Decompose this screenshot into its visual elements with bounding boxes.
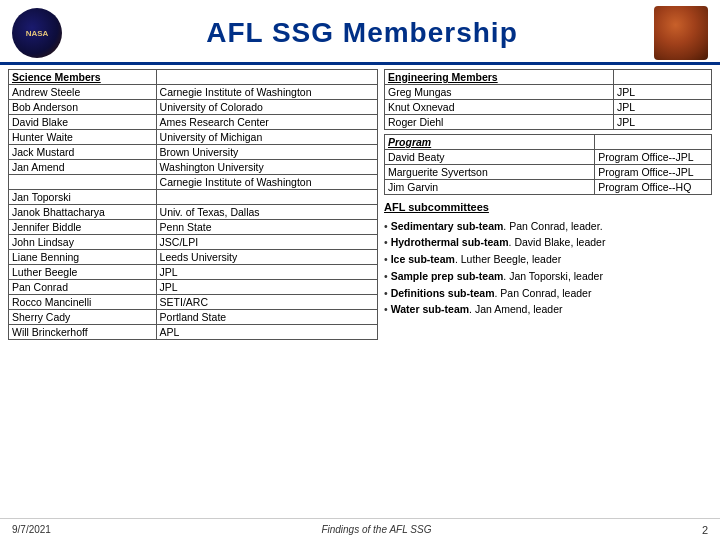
science-name: Janok Bhattacharya <box>9 205 157 220</box>
eng-org: JPL <box>613 100 711 115</box>
nasa-logo: NASA <box>12 8 62 58</box>
subcommittees-section: AFL subcommittees •Sedimentary sub-team.… <box>384 199 712 318</box>
science-institution: Penn State <box>156 220 377 235</box>
mars-image <box>654 6 708 60</box>
eng-row: Roger DiehlJPL <box>385 115 712 130</box>
science-name: Jack Mustard <box>9 145 157 160</box>
science-institution: Leeds University <box>156 250 377 265</box>
science-row: Andrew SteeleCarnegie Institute of Washi… <box>9 85 378 100</box>
science-name: Will Brinckerhoff <box>9 325 157 340</box>
science-institution: Univ. of Texas, Dallas <box>156 205 377 220</box>
science-row: Carnegie Institute of Washington <box>9 175 378 190</box>
science-name: Pan Conrad <box>9 280 157 295</box>
science-name: Jan Amend <box>9 160 157 175</box>
prog-name: Marguerite Syvertson <box>385 165 595 180</box>
science-row: Pan ConradJPL <box>9 280 378 295</box>
bullet: • <box>384 286 388 302</box>
eng-org: JPL <box>613 115 711 130</box>
science-row: Jan Toporski <box>9 190 378 205</box>
science-institution: SETI/ARC <box>156 295 377 310</box>
science-institution: Brown University <box>156 145 377 160</box>
eng-name: Knut Oxnevad <box>385 100 614 115</box>
eng-org: JPL <box>613 85 711 100</box>
prog-row: Marguerite SyvertsonProgram Office--JPL <box>385 165 712 180</box>
program-header: Program <box>385 135 595 150</box>
bullet: • <box>384 269 388 285</box>
eng-header: Engineering Members <box>385 70 614 85</box>
sub-item: •Ice sub-team. Luther Beegle, leader <box>384 252 712 268</box>
eng-row: Greg MungasJPL <box>385 85 712 100</box>
page-title: AFL SSG Membership <box>206 17 518 49</box>
science-name: Rocco Mancinelli <box>9 295 157 310</box>
science-institution: University of Michigan <box>156 130 377 145</box>
bullet: • <box>384 219 388 235</box>
sub-label: Ice sub-team. Luther Beegle, leader <box>391 252 561 268</box>
science-row: Jan AmendWashington University <box>9 160 378 175</box>
science-row: Will BrinckerhoffAPL <box>9 325 378 340</box>
science-row: Liane BenningLeeds University <box>9 250 378 265</box>
science-name <box>9 175 157 190</box>
science-row: Jack MustardBrown University <box>9 145 378 160</box>
science-institution: Carnegie Institute of Washington <box>156 85 377 100</box>
science-name: Jan Toporski <box>9 190 157 205</box>
sub-item: •Water sub-team. Jan Amend, leader <box>384 302 712 318</box>
science-institution: University of Colorado <box>156 100 377 115</box>
science-institution: JPL <box>156 265 377 280</box>
science-institution: Portland State <box>156 310 377 325</box>
eng-row: Knut OxnevadJPL <box>385 100 712 115</box>
science-name: Jennifer Biddle <box>9 220 157 235</box>
prog-row: David BeatyProgram Office--JPL <box>385 150 712 165</box>
science-header: Science Members <box>9 70 157 85</box>
science-name: Sherry Cady <box>9 310 157 325</box>
sub-item: •Sample prep sub-team. Jan Toporski, lea… <box>384 269 712 285</box>
sub-item: •Sedimentary sub-team. Pan Conrad, leade… <box>384 219 712 235</box>
science-row: Rocco MancinelliSETI/ARC <box>9 295 378 310</box>
prog-name: David Beaty <box>385 150 595 165</box>
science-institution <box>156 190 377 205</box>
prog-name: Jim Garvin <box>385 180 595 195</box>
sub-item: •Definitions sub-team. Pan Conrad, leade… <box>384 286 712 302</box>
science-panel: Science Members Andrew SteeleCarnegie In… <box>8 69 378 342</box>
bullet: • <box>384 235 388 251</box>
prog-office: Program Office--JPL <box>595 150 712 165</box>
footer-page: 2 <box>702 524 708 536</box>
prog-row: Jim GarvinProgram Office--HQ <box>385 180 712 195</box>
science-row: Janok BhattacharyaUniv. of Texas, Dallas <box>9 205 378 220</box>
science-institution: APL <box>156 325 377 340</box>
science-name: Hunter Waite <box>9 130 157 145</box>
science-institution: JSC/LPI <box>156 235 377 250</box>
sub-label: Water sub-team. Jan Amend, leader <box>391 302 563 318</box>
science-row: David BlakeAmes Research Center <box>9 115 378 130</box>
science-row: Sherry CadyPortland State <box>9 310 378 325</box>
sub-label: Hydrothermal sub-team. David Blake, lead… <box>391 235 606 251</box>
science-name: Liane Benning <box>9 250 157 265</box>
prog-office: Program Office--JPL <box>595 165 712 180</box>
science-row: John LindsayJSC/LPI <box>9 235 378 250</box>
right-tables: Engineering Members Greg MungasJPLKnut O… <box>384 69 712 195</box>
main-content: Science Members Andrew SteeleCarnegie In… <box>0 65 720 342</box>
science-name: Bob Anderson <box>9 100 157 115</box>
footer-center: Findings of the AFL SSG <box>321 524 431 535</box>
bullet: • <box>384 252 388 268</box>
science-row: Bob AndersonUniversity of Colorado <box>9 100 378 115</box>
sub-label: Sample prep sub-team. Jan Toporski, lead… <box>391 269 603 285</box>
science-row: Luther BeegleJPL <box>9 265 378 280</box>
science-institution: Ames Research Center <box>156 115 377 130</box>
eng-name: Greg Mungas <box>385 85 614 100</box>
prog-office: Program Office--HQ <box>595 180 712 195</box>
footer-date: 9/7/2021 <box>12 524 51 535</box>
subcommittees-title: AFL subcommittees <box>384 199 712 216</box>
page-footer: 9/7/2021 Findings of the AFL SSG 2 <box>0 518 720 540</box>
program-table: Program David BeatyProgram Office--JPLMa… <box>384 134 712 195</box>
science-row: Jennifer BiddlePenn State <box>9 220 378 235</box>
right-panel: Engineering Members Greg MungasJPLKnut O… <box>384 69 712 342</box>
bullet: • <box>384 302 388 318</box>
sub-item: •Hydrothermal sub-team. David Blake, lea… <box>384 235 712 251</box>
science-name: John Lindsay <box>9 235 157 250</box>
sub-label: Definitions sub-team. Pan Conrad, leader <box>391 286 592 302</box>
science-institution: JPL <box>156 280 377 295</box>
page-header: NASA AFL SSG Membership <box>0 0 720 65</box>
science-name: Luther Beegle <box>9 265 157 280</box>
science-institution: Washington University <box>156 160 377 175</box>
engineering-table: Engineering Members Greg MungasJPLKnut O… <box>384 69 712 130</box>
